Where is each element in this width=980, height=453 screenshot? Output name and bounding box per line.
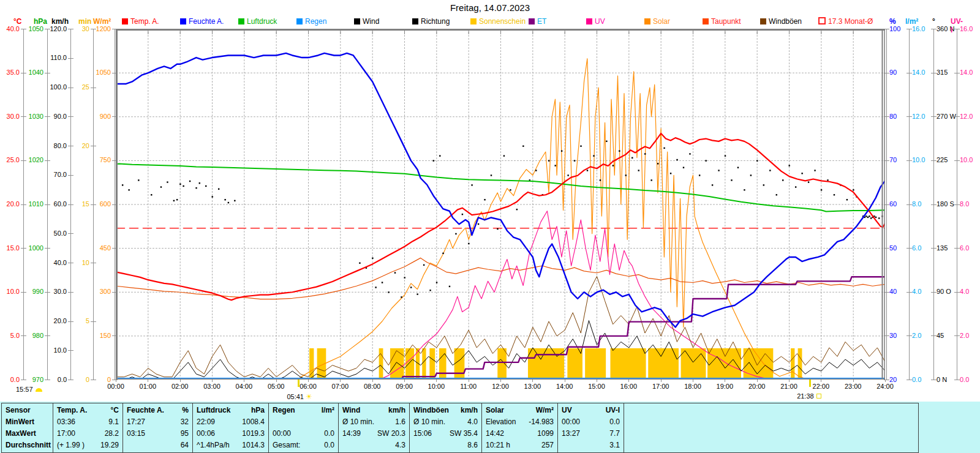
stats-cell <box>624 416 918 428</box>
page-title: Freitag, 14.07.2023 <box>0 2 980 13</box>
stats-cell: 3.1 <box>558 440 624 451</box>
x-axis-label: 22:00 <box>809 383 833 390</box>
axis-tick <box>907 73 912 73</box>
legend-item-regen: Regen <box>296 17 326 26</box>
axis-tick <box>954 116 960 117</box>
legend-item-label: Windböen <box>769 17 802 26</box>
stats-cell: 22:091008.4 <box>193 416 268 428</box>
axis-tick-label: 90.0 <box>34 113 67 121</box>
axis-tick <box>931 160 937 161</box>
axis-tick-label: 16.0 <box>960 25 980 33</box>
legend-item-sonnenschein: Sonnenschein <box>470 17 526 26</box>
stats-cell: 00:000.0 <box>269 428 338 440</box>
x-axis-label: 02:00 <box>168 383 192 390</box>
legend-item-label: Regen <box>305 17 326 26</box>
x-axis-tick <box>212 380 213 382</box>
stats-column-sensor: SensorMinWertMaxWertDurchschnitt <box>2 403 53 452</box>
axis-tick-label: 1040 <box>10 69 43 77</box>
x-axis-label: 11:00 <box>456 383 481 390</box>
x-axis-tick <box>565 380 565 382</box>
legend-item-label: Solar <box>653 17 670 26</box>
stats-column-header: LuftdruckhPa <box>193 405 268 416</box>
x-axis-label: 21:00 <box>777 383 801 390</box>
stats-cell: 03:1595 <box>123 428 192 440</box>
legend-item-windb-en: Windböen <box>760 17 802 26</box>
x-axis-label: 08:00 <box>360 383 385 390</box>
x-axis-tick <box>340 380 341 382</box>
axis-tick <box>907 248 912 249</box>
axis-tick <box>68 350 74 351</box>
x-axis-tick <box>789 380 790 382</box>
axis-tick <box>907 335 912 336</box>
axis-tick <box>954 335 960 336</box>
x-axis-tick <box>725 380 725 382</box>
stats-column-temp-a-: Temp. A.°C03:369.117:0028.2(+ 1.99 )19.2… <box>53 403 123 452</box>
axis-tick <box>68 116 74 117</box>
axis-tick-label: 980 <box>10 332 43 340</box>
legend-item-temp-a-: Temp. A. <box>122 17 159 26</box>
stats-column-luftdruck: LuftdruckhPa22:091008.400:061019.3^1.4hP… <box>193 403 269 452</box>
axis-tick-label: 110.0 <box>34 54 67 62</box>
x-axis-label: 20:00 <box>745 383 769 390</box>
x-axis-tick <box>821 380 821 382</box>
x-axis-tick <box>500 380 501 382</box>
x-axis-tick <box>469 380 469 382</box>
axis-tick <box>112 380 118 380</box>
x-axis-tick <box>372 380 373 382</box>
stats-column-feuchte-a-: Feuchte A.%17:273203:159564 <box>123 403 193 452</box>
stats-cell: 00:061019.3 <box>193 428 268 440</box>
stats-cell: 14:421099 <box>482 428 557 440</box>
legend-swatch <box>296 18 303 24</box>
axis-tick <box>907 29 912 29</box>
axis-tick <box>68 292 74 293</box>
axis-tick-label: 1200 <box>78 25 111 33</box>
stats-cell: Gesamt:0.0 <box>269 440 338 451</box>
stats-column-header: Windböenkm/h <box>410 405 481 416</box>
axis-tick-label: 1000 <box>10 244 43 252</box>
axis-tick-label: 30.0 <box>34 288 67 296</box>
legend-item-et: ET <box>529 17 546 26</box>
x-axis-label: 23:00 <box>841 383 865 390</box>
axis-tick-label: 4.0 <box>960 288 980 296</box>
axis-tick <box>931 29 937 29</box>
x-axis-tick <box>308 380 309 382</box>
x-axis-label: 18:00 <box>680 383 705 390</box>
x-axis-tick <box>885 380 886 382</box>
x-axis-label: 17:00 <box>649 383 673 390</box>
stats-cell: 15:06SW 35.4 <box>410 428 481 440</box>
stats-column-header: Regenl/m² <box>269 405 338 416</box>
x-axis-tick <box>404 380 405 382</box>
stats-cell: Ø 10 min.1.6 <box>339 416 409 428</box>
x-axis-label: 10:00 <box>424 383 448 390</box>
axis-tick <box>954 248 960 249</box>
legend-item-wind: Wind <box>354 17 379 26</box>
stats-cell: Elevation-14.983 <box>482 416 557 428</box>
stats-cell: 03:369.1 <box>53 416 123 428</box>
weather-station-day-view: Freitag, 14.07.2023 Temp. A.Feuchte A.Lu… <box>0 0 980 453</box>
axis-tick-label: 1020 <box>10 156 43 164</box>
sun-half-icon <box>36 388 42 392</box>
axis-tick <box>931 204 937 205</box>
sunrise-annotation: 05:41☀ <box>287 392 312 401</box>
sunrise-axis-tick <box>298 380 300 387</box>
stats-column-header: Temp. A.°C <box>53 405 123 416</box>
x-axis-label: 09:00 <box>392 383 417 390</box>
legend-swatch <box>644 18 650 24</box>
weather-chart-canvas <box>116 29 885 380</box>
x-axis-label: 01:00 <box>135 383 160 390</box>
legend-item-label: Temp. A. <box>130 17 159 26</box>
stats-cell: 17:0028.2 <box>53 428 123 440</box>
x-axis-tick <box>180 380 181 382</box>
x-axis-label: 12:00 <box>488 383 513 390</box>
x-axis-label: 03:00 <box>200 383 224 390</box>
legend-item-feuchte-a-: Feuchte A. <box>180 17 224 26</box>
legend-item-label: Sonnenschein <box>479 17 526 26</box>
legend-item-taupunkt: Taupunkt <box>703 17 741 26</box>
axis-tick <box>907 292 912 293</box>
stats-cell: (+ 1.99 )19.29 <box>53 440 123 451</box>
axis-tick <box>45 335 50 336</box>
sunrise-icon: ☀ <box>306 392 312 401</box>
stats-cell: Ø 10 min.4.0 <box>410 416 481 428</box>
x-axis-label: 13:00 <box>520 383 545 390</box>
legend-swatch <box>354 18 360 24</box>
